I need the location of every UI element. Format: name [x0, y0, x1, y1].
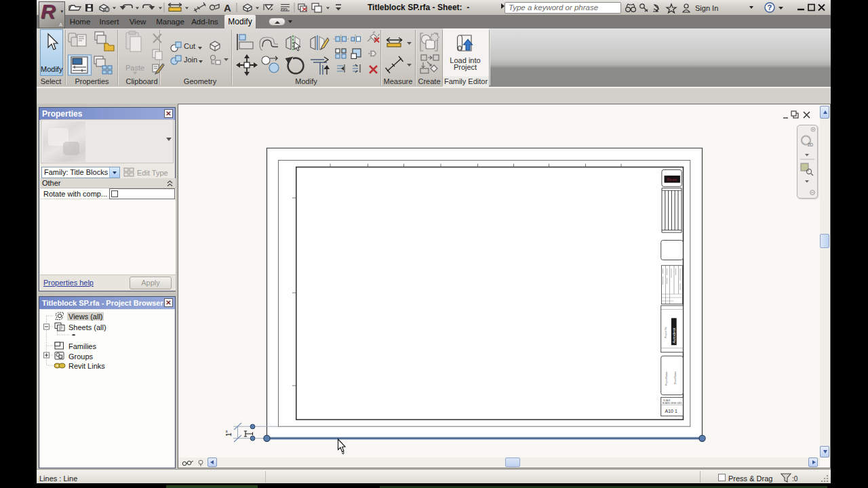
svg-text:BOARD-WGE-1084: BOARD-WGE-1084 [663, 402, 682, 405]
svg-text:Revit: Revit [667, 178, 677, 182]
svg-text:Sign In: Sign In [695, 4, 718, 12]
svg-text:Views (all): Views (all) [68, 312, 103, 321]
svg-text:2D: 2D [808, 142, 814, 147]
svg-text:A10 1: A10 1 [665, 409, 677, 413]
svg-text:ProjectName: ProjectName [665, 371, 668, 386]
svg-text:1": 1" [225, 430, 233, 436]
svg-text:Families: Families [68, 342, 96, 350]
svg-text:Groups: Groups [68, 352, 94, 361]
svg-text:Project No: Project No [665, 327, 667, 338]
svg-text:SheetName: SheetName [674, 371, 677, 384]
svg-text::0: :0 [792, 475, 798, 483]
svg-text:Revit Links: Revit Links [68, 362, 105, 370]
svg-text:?: ? [768, 3, 772, 12]
svg-text:Sheets (all): Sheets (all) [68, 323, 106, 331]
svg-text:Autodesk: Autodesk [672, 327, 676, 343]
svg-text:A: A [224, 2, 231, 14]
